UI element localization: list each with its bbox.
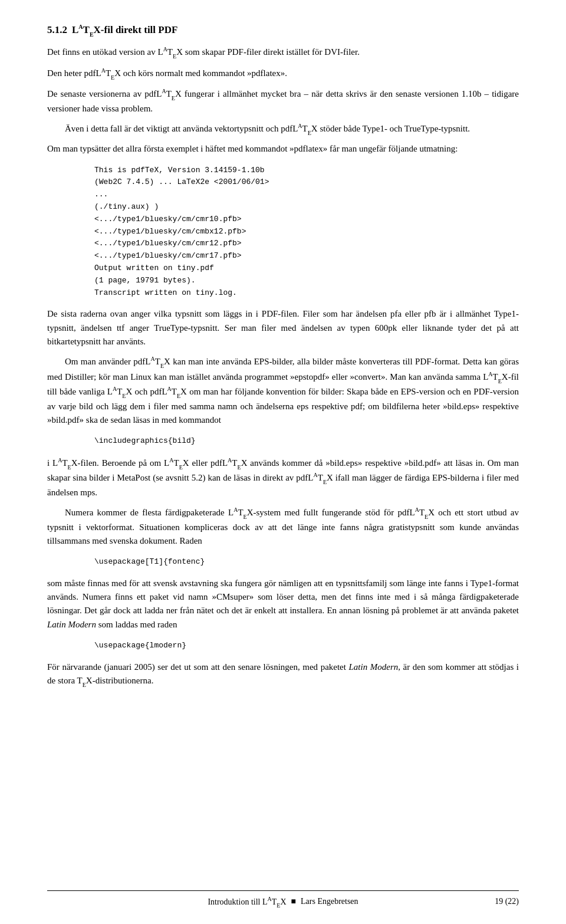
paragraph-2: Den heter pdfLATEX och körs normalt med … xyxy=(47,66,519,81)
paragraph-1: Det finns en utökad version av LATEX som… xyxy=(47,45,519,60)
footer-page: 19 (22) xyxy=(401,897,519,906)
italic-latin-modern-2: Latin Modern xyxy=(349,662,399,672)
paragraph-10: som måste finnas med för att svensk avst… xyxy=(47,577,519,632)
paragraph-3: De senaste versionerna av pdfLATEX funge… xyxy=(47,87,519,116)
code-block-3: \usepackage[T1]{fontenc} xyxy=(94,556,519,568)
section-title: LATEX-fil direkt till PDF xyxy=(72,24,177,37)
footer: Introduktion till LATEX ■ Lars Engebrets… xyxy=(47,890,519,907)
paragraph-6: De sista raderna ovan anger vilka typsni… xyxy=(47,307,519,348)
page: 5.1.2 LATEX-fil direkt till PDF Det finn… xyxy=(0,0,566,924)
italic-latin-modern-1: Latin Modern xyxy=(47,620,96,629)
code-block-1: This is pdfTeX, Version 3.14159-1.10b (W… xyxy=(94,165,519,300)
paragraph-4: Även i detta fall är det viktigt att anv… xyxy=(47,121,519,137)
section-number: 5.1.2 xyxy=(47,24,67,36)
code-block-2: \includegraphics{bild} xyxy=(94,435,519,448)
footer-author: Lars Engebretsen xyxy=(301,897,358,906)
paragraph-9: Numera kommer de flesta färdigpaketerade… xyxy=(47,505,519,548)
code-block-4: \usepackage{lmodern} xyxy=(94,640,519,652)
footer-title: Introduktion till LATEX xyxy=(208,896,286,907)
section-heading: 5.1.2 LATEX-fil direkt till PDF xyxy=(47,24,519,37)
footer-separator: ■ xyxy=(291,897,296,906)
paragraph-11: För närvarande (januari 2005) ser det ut… xyxy=(47,660,519,689)
paragraph-7: Om man använder pdfLATEX kan man inte an… xyxy=(47,354,519,427)
paragraph-8: i LATEX-filen. Beroende på om LATEX elle… xyxy=(47,456,519,499)
footer-center: Introduktion till LATEX ■ Lars Engebrets… xyxy=(165,896,401,907)
paragraph-5: Om man typsätter det allra första exempl… xyxy=(47,142,519,156)
